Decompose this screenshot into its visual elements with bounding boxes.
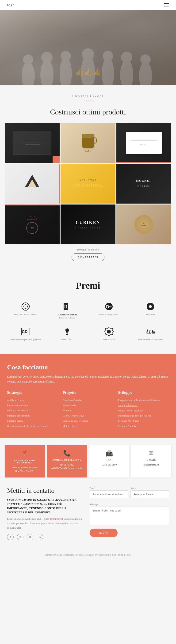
social-facebook[interactable]: f — [7, 534, 14, 540]
svg-point-8 — [102, 57, 114, 85]
portfolio-cell-5[interactable]: Marketing BRANDING — [60, 164, 116, 204]
svg-point-5 — [60, 51, 71, 61]
section-label-lavori: I NOSTRI LAVORI — [0, 85, 176, 98]
portfolio-cell-2[interactable]: CAFÉ — [60, 123, 116, 163]
social-instagram[interactable]: ⊙ — [27, 534, 33, 540]
cork-circle-icon: ⚙ STAMP — [134, 215, 153, 234]
portfolio-title: Costruisci ottimi prodotti — [0, 108, 176, 116]
cosa-strategia-list: Analisi e ricerca Laboratori interattivi… — [7, 398, 58, 428]
svg-text:ÅLia: ÅLia — [146, 329, 155, 334]
contact-form-left: Mettiti in contatto SIAMO IN GRADO DI GA… — [7, 487, 82, 540]
mockup-text: MOCKUP MOCKUP — [136, 178, 152, 188]
portfolio-cell-4[interactable]: Z — [5, 164, 60, 204]
cosa-sviluppo-item-6: Sviluppo Shopify — [118, 423, 169, 428]
fax-icon: 📠 — [105, 450, 113, 457]
cosa-strategia-item-4: Strategia dei contenuti — [7, 413, 58, 418]
footer: Sample text. Click to select the text bo… — [0, 550, 176, 560]
award-icon-circle — [21, 302, 30, 311]
sede-value: Soris 94 Broadway StreetNew York, NY 100… — [13, 466, 37, 473]
portfolio-cell-9[interactable]: ⚙ STAMP — [116, 204, 171, 244]
cosa-progetto-item-5: Creazione di asset visivi — [63, 418, 114, 423]
cosa-desc-link[interactable]: ut labore et — [110, 375, 122, 378]
award-item-8: ÅLia Premi internazionali di Londra — [130, 323, 172, 345]
social-twitter[interactable]: 𝕏 — [17, 534, 24, 540]
telefono-title: NUMERO DI TELEFONO — [52, 459, 82, 461]
svg-point-25 — [66, 334, 68, 335]
contact-card-fax: 📠 FAX 1-214-567-8900 — [89, 445, 129, 478]
svg-text:D: D — [106, 304, 109, 309]
award-label-8: Premi internazionali di Londra — [138, 338, 164, 341]
svg-point-12 — [139, 62, 152, 85]
cosa-strategia-item-5: Strategia digitale — [7, 418, 58, 423]
award-icon-dazine: D — [62, 302, 72, 311]
award-label-1: Premi del Circolo Creativo — [14, 313, 37, 316]
award-label-7: Premi Red Dot — [102, 338, 115, 341]
hamburger-line-3 — [164, 6, 169, 7]
portfolio-credit: Immagini da Freepik — [0, 248, 176, 251]
fax-value: 1-214-567-8900 — [102, 463, 117, 466]
award-icon-danish: D aw — [104, 302, 114, 311]
award-label-2: Il pacchetto DazinePremi per il design — [58, 313, 77, 320]
footer-text: Sample text. Click to select the text bo… — [7, 554, 169, 556]
cosa-strategia-item-6: Ottimizzazione del tasso di conversione — [7, 423, 58, 428]
triangle-logo-icon — [25, 175, 39, 187]
message-textarea[interactable] — [90, 506, 169, 525]
email-input[interactable] — [90, 490, 128, 498]
award-icon-dad — [62, 327, 72, 336]
cosa-col-strategia: Strategia Analisi e ricerca Laboratori i… — [7, 390, 58, 428]
form-group-name: Name — [130, 487, 169, 498]
contact-card-email: ✉ E-MAIL hello@theme.on — [131, 445, 172, 478]
cosa-sviluppo-title: Sviluppo — [118, 390, 169, 395]
cosa-sviluppo-item-5: Sviluppo WordPress — [118, 418, 169, 423]
contact-card-sede: 📍 LA NOSTRA SEDE PRINCIPALE Soris 94 Bro… — [5, 445, 45, 478]
cosa-progetto-item-6: Motion Design — [63, 423, 114, 428]
fax-title: FAX — [106, 459, 112, 461]
svg-point-0 — [22, 62, 35, 85]
svg-point-13 — [140, 54, 151, 65]
coffee-cup-icon — [82, 134, 94, 148]
contattaci-button[interactable]: CONTATTACI — [72, 253, 104, 261]
svg-point-22 — [149, 305, 152, 308]
navbar: logo — [0, 0, 176, 10]
cubiken-text: CUBIKEN — [76, 220, 100, 225]
email-label: Email — [90, 487, 128, 490]
form-group-email: Email — [90, 487, 128, 498]
send-button[interactable]: INVIA — [90, 528, 118, 537]
cosa-strategia-item-1: Analisi e ricerca — [7, 398, 58, 403]
hamburger-line-2 — [164, 5, 169, 6]
cosa-sviluppo-list: Progettazione dell'architettura di siste… — [118, 398, 169, 428]
award-item-3: D aw Premi di design danesi — [88, 298, 130, 323]
contact-card-telefono: 📞 NUMERO DI TELEFONO 214-9876-5400888-01… — [47, 445, 87, 478]
social-linkedin[interactable]: in — [36, 534, 43, 540]
svg-point-7 — [82, 48, 94, 60]
message-label: Message — [90, 503, 169, 506]
cosa-progetto-item-3: Prototipi — [63, 408, 114, 413]
wave-decoration: 〰〰 — [0, 99, 176, 104]
contact-desc-link[interactable]: class aptent taciti — [44, 517, 63, 520]
portfolio-cell-8[interactable]: CUBIKEN KITCHEN DESIGN — [60, 204, 116, 244]
portfolio-cell-1[interactable] — [5, 123, 60, 163]
portfolio-cell-3[interactable]: Ylo Sing — [116, 123, 171, 163]
email-value: hello@theme.on — [144, 463, 159, 466]
portfolio-cell-6[interactable]: MOCKUP MOCKUP — [116, 164, 171, 204]
award-item-5: GD Premi americani per il design grafico — [5, 323, 46, 345]
award-item-7: Premi Red Dot — [88, 323, 130, 345]
svg-point-3 — [41, 52, 52, 63]
svg-point-4 — [60, 57, 72, 85]
cubiken-sub: KITCHEN DESIGN — [74, 227, 102, 229]
premi-section: Premi Premi del Circolo Creativo D Il pa… — [0, 273, 176, 354]
svg-point-1 — [23, 54, 33, 65]
cosa-col-progetto: Progetto Direzione Creativa Brand Guide … — [63, 390, 114, 428]
award-label-6: Premi D&AD — [61, 338, 73, 341]
branding-text: BRANDING — [73, 182, 103, 188]
form-row-email-name: Email Name — [90, 487, 169, 501]
cosa-strategia-title: Strategia — [7, 390, 58, 395]
svg-point-14 — [22, 303, 29, 310]
portfolio-cell-7[interactable]: Black Tennis Club ⚜ — [5, 204, 60, 244]
hamburger-menu[interactable] — [164, 3, 169, 7]
contact-cards: 📍 LA NOSTRA SEDE PRINCIPALE Soris 94 Bro… — [5, 438, 171, 482]
name-input[interactable] — [130, 490, 169, 498]
telefono-value: 214-9876-5400888-01-55-44-08 (numero ver… — [52, 463, 82, 470]
name-label: Name — [130, 487, 169, 490]
cosa-col-sviluppo: Sviluppo Progettazione dell'architettura… — [118, 390, 169, 428]
